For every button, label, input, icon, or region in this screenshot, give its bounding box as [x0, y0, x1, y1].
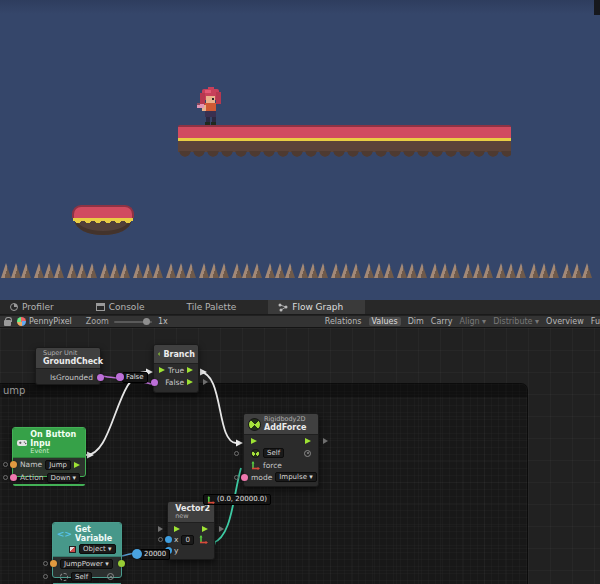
tab-label: Flow Graph: [292, 302, 343, 312]
flow-out-port[interactable]: [305, 438, 311, 444]
gameobject-port[interactable]: [60, 573, 68, 581]
node-header[interactable]: Super Unit GroundCheck: [36, 348, 100, 369]
unity-editor: Profiler Console Tile Palette Flow Graph: [0, 0, 600, 584]
target-picker-icon[interactable]: [304, 450, 311, 457]
node-addforce[interactable]: Rigidbody2D AddForce Self: [243, 413, 319, 487]
unconnected-port-marker: [158, 537, 163, 542]
dim-button[interactable]: Dim: [408, 317, 424, 326]
spike-cluster: [298, 263, 328, 278]
node-vector2-new[interactable]: Vector2 new x 0: [167, 501, 215, 560]
zoom-slider-handle[interactable]: [143, 318, 150, 325]
unconnected-port-marker: [234, 475, 239, 480]
flow-in-port[interactable]: [174, 526, 180, 532]
vector2-mini-icon: [207, 496, 215, 504]
node-header[interactable]: Vector2 new: [168, 502, 214, 523]
spike: [407, 263, 417, 278]
spike: [506, 263, 516, 278]
spike: [473, 263, 483, 278]
mode-port[interactable]: [241, 474, 248, 481]
jump-power-wire-dot: [132, 549, 142, 559]
force-label: force: [263, 461, 282, 470]
lock-icon[interactable]: [4, 320, 11, 326]
action-dropdown[interactable]: Down ▾: [47, 473, 81, 483]
spike: [34, 263, 44, 278]
flow-out-port[interactable]: [202, 526, 208, 532]
condition-wire-dot: [116, 373, 124, 381]
flow-graph-canvas[interactable]: ump: [0, 328, 600, 584]
action-port[interactable]: [10, 474, 17, 481]
tab-flow-graph[interactable]: Flow Graph: [268, 300, 365, 314]
target-rigidbody-port[interactable]: [249, 447, 262, 460]
spike-cluster: [166, 263, 196, 278]
spike-cluster: [496, 263, 526, 278]
spike: [397, 263, 407, 278]
group-header[interactable]: ump: [0, 384, 527, 397]
tab-tile-palette[interactable]: Tile Palette: [176, 300, 246, 314]
profiler-icon: [10, 303, 18, 311]
spike: [572, 263, 582, 278]
align-dropdown[interactable]: Align ▾: [460, 317, 487, 326]
x-input[interactable]: 0: [181, 535, 193, 545]
flow-in-port[interactable]: [251, 438, 257, 444]
self-field[interactable]: Self: [71, 572, 92, 582]
node-groundcheck[interactable]: Super Unit GroundCheck IsGrounded: [35, 347, 101, 385]
mode-dropdown[interactable]: Impulse ▾: [275, 472, 316, 482]
zoom-slider[interactable]: [114, 321, 152, 323]
flow-in-port[interactable]: [159, 367, 165, 373]
flow-out-false-port[interactable]: [187, 379, 193, 385]
node-branch[interactable]: Branch True False: [153, 344, 199, 393]
name-port[interactable]: [10, 461, 17, 468]
unconnected-port-marker: [234, 451, 239, 456]
tab-profiler[interactable]: Profiler: [0, 300, 64, 314]
variable-kind-dropdown[interactable]: Object ▾: [79, 544, 116, 554]
distribute-dropdown[interactable]: Distribute ▾: [493, 317, 539, 326]
spike: [562, 263, 572, 278]
spike-cluster: [100, 263, 130, 278]
tab-console[interactable]: Console: [86, 300, 155, 314]
condition-port[interactable]: [151, 379, 158, 386]
tab-label: Tile Palette: [186, 302, 236, 312]
spike: [44, 263, 54, 278]
variable-name-port[interactable]: [50, 560, 57, 567]
spike-cluster: [199, 263, 229, 278]
spike: [11, 263, 21, 278]
spike-cluster: [562, 263, 592, 278]
node-header[interactable]: Rigidbody2D AddForce: [244, 414, 318, 435]
overview-button[interactable]: Overview: [546, 317, 584, 326]
name-input[interactable]: Jump: [45, 460, 71, 470]
spike-cluster: [430, 263, 460, 278]
spike: [483, 263, 493, 278]
variable-name-dropdown[interactable]: JumpPower ▾: [60, 559, 113, 569]
full-screen-button-clipped[interactable]: Fu: [591, 317, 600, 326]
spike: [110, 263, 120, 278]
value-output-port[interactable]: [118, 560, 125, 567]
port-isgrounded-output[interactable]: [97, 374, 104, 381]
node-title: GroundCheck: [43, 357, 103, 366]
node-subtitle: Super Unit: [43, 350, 103, 357]
game-view[interactable]: [0, 0, 600, 300]
player-character: [197, 87, 223, 125]
flow-out-true-port[interactable]: [187, 367, 193, 373]
node-header[interactable]: Branch: [154, 345, 198, 364]
unconnected-port-marker: [203, 379, 208, 385]
x-label: x: [174, 535, 178, 544]
values-button[interactable]: Values: [369, 317, 401, 326]
spike: [285, 263, 295, 278]
spike: [516, 263, 526, 278]
flow-out-port[interactable]: [74, 462, 80, 468]
spike-cluster: [331, 263, 361, 278]
node-get-variable[interactable]: <> Get Variable Object ▾ JumpPower ▾: [52, 522, 122, 578]
carry-button[interactable]: Carry: [431, 317, 453, 326]
project-icon: [17, 317, 26, 326]
x-port[interactable]: [165, 536, 172, 543]
node-header[interactable]: On Button Inpu Event: [13, 428, 85, 458]
relations-button[interactable]: Relations: [325, 317, 362, 326]
self-field[interactable]: Self: [263, 448, 284, 458]
node-header[interactable]: <> Get Variable Object ▾: [53, 523, 121, 557]
node-on-button-input[interactable]: On Button Inpu Event Name Jump Action Do…: [12, 427, 86, 477]
target-picker-icon[interactable]: [107, 573, 114, 580]
vector2-port-icon[interactable]: [251, 461, 260, 470]
project-name: PennyPixel: [29, 317, 72, 326]
branch-icon: [157, 347, 160, 361]
vector2-result-port[interactable]: [199, 535, 208, 544]
